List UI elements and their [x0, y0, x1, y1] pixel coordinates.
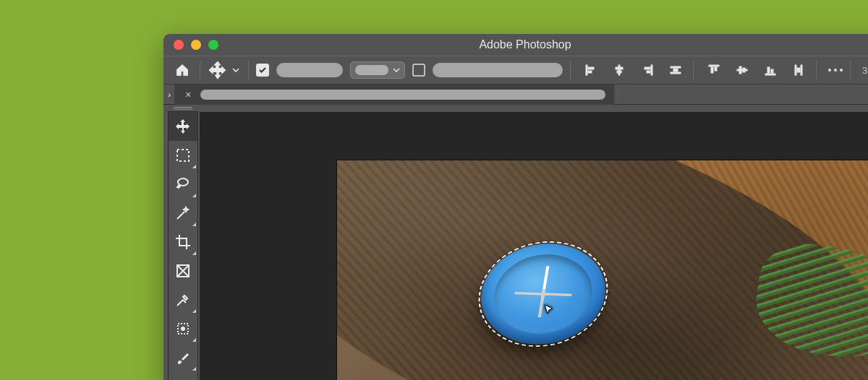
spot-healing-tool[interactable] — [169, 314, 197, 343]
align-vcenter-button[interactable] — [732, 61, 752, 79]
canvas-area[interactable] — [200, 112, 868, 380]
close-tab-button[interactable]: × — [183, 89, 193, 100]
document-tab[interactable]: × — [174, 85, 614, 105]
lasso-tool[interactable] — [169, 170, 197, 199]
marquee-tool[interactable] — [169, 141, 197, 170]
window-title: Adobe Photoshop — [163, 38, 868, 51]
home-button[interactable] — [172, 61, 192, 79]
divider — [570, 61, 571, 79]
svg-rect-10 — [671, 72, 681, 74]
maximize-window-button[interactable] — [208, 40, 218, 50]
svg-rect-6 — [651, 65, 652, 75]
collapse-panels-button[interactable]: ›› — [168, 90, 169, 99]
svg-rect-24 — [177, 150, 189, 161]
auto-select-mode[interactable] — [276, 63, 343, 77]
layer-select-dropdown[interactable] — [350, 61, 405, 79]
distribute-v-button[interactable] — [788, 61, 809, 79]
svg-rect-15 — [737, 69, 747, 71]
svg-rect-5 — [617, 71, 621, 73]
svg-point-27 — [181, 327, 185, 331]
chevron-down-icon — [393, 66, 400, 74]
show-transform-label — [433, 63, 563, 77]
svg-rect-16 — [739, 66, 741, 74]
align-left-button[interactable] — [581, 61, 601, 79]
tools-panel — [168, 112, 198, 380]
align-vertical-group — [704, 61, 809, 79]
svg-rect-17 — [743, 68, 745, 72]
svg-rect-4 — [616, 67, 623, 69]
align-hcenter-button[interactable] — [609, 61, 629, 79]
move-cursor-icon — [543, 303, 556, 316]
document-tab-title — [200, 90, 605, 100]
clone-stamp-tool[interactable] — [169, 372, 197, 380]
divider — [816, 61, 817, 79]
svg-rect-12 — [709, 65, 719, 66]
document-tabstrip: ›› × — [163, 85, 868, 105]
app-window: Adobe Photoshop — [163, 34, 868, 380]
svg-rect-1 — [588, 67, 594, 69]
frame-tool[interactable] — [169, 256, 197, 285]
close-window-button[interactable] — [174, 40, 184, 50]
svg-rect-8 — [647, 71, 650, 73]
svg-rect-7 — [644, 67, 650, 69]
svg-rect-2 — [588, 71, 592, 73]
svg-rect-3 — [618, 65, 620, 75]
distribute-h-button[interactable] — [665, 61, 686, 79]
crop-tool[interactable] — [169, 228, 197, 256]
divider — [850, 61, 851, 79]
move-tool[interactable] — [169, 112, 197, 141]
align-top-button[interactable] — [704, 61, 724, 79]
magic-wand-tool[interactable] — [169, 199, 197, 228]
svg-rect-23 — [797, 68, 800, 72]
svg-rect-0 — [586, 65, 587, 75]
divider — [248, 61, 249, 79]
toolbar-grip[interactable] — [168, 105, 198, 112]
align-horizontal-group — [581, 61, 686, 79]
document-canvas[interactable] — [337, 160, 868, 380]
svg-rect-20 — [771, 69, 773, 73]
overflow-menu-button[interactable] — [828, 69, 843, 72]
svg-rect-18 — [765, 74, 775, 75]
tool-preset-group — [208, 61, 241, 79]
svg-rect-13 — [711, 67, 713, 73]
eyedropper-tool[interactable] — [169, 285, 197, 314]
titlebar: Adobe Photoshop — [163, 34, 868, 56]
svg-rect-9 — [671, 66, 681, 68]
move-tool-icon[interactable] — [208, 61, 228, 79]
show-transform-checkbox[interactable] — [412, 64, 425, 77]
divider — [200, 61, 200, 79]
svg-rect-22 — [801, 65, 802, 75]
options-bar: 3D — [163, 56, 868, 85]
auto-select-checkbox[interactable] — [256, 64, 269, 77]
minimize-window-button[interactable] — [191, 40, 201, 50]
svg-rect-14 — [715, 67, 717, 71]
tool-preset-caret[interactable] — [231, 66, 241, 74]
mode-3d-label[interactable]: 3D — [862, 65, 868, 76]
align-right-button[interactable] — [637, 61, 658, 79]
svg-rect-21 — [795, 65, 796, 75]
svg-rect-19 — [767, 67, 770, 73]
align-bottom-button[interactable] — [760, 61, 780, 79]
brush-tool[interactable] — [169, 343, 197, 372]
window-controls — [174, 40, 218, 50]
divider — [693, 61, 694, 79]
svg-rect-11 — [673, 69, 678, 72]
